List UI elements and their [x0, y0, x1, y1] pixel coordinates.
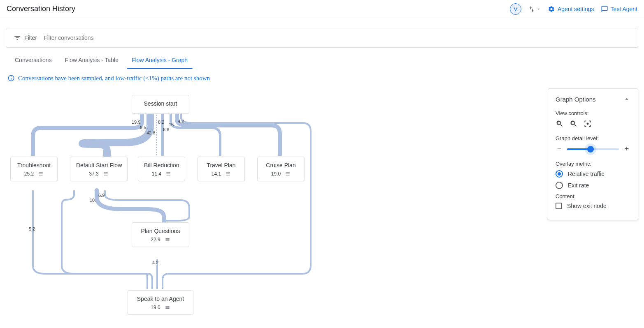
zoom-out-icon[interactable]	[570, 120, 578, 128]
node-cruise-plan[interactable]: Cruise Plan 19.0	[257, 157, 305, 181]
edge-label: 4.2	[152, 260, 158, 265]
node-bill-reduction[interactable]: Bill Reduction 11.4	[138, 157, 185, 181]
list-icon	[38, 171, 44, 177]
options-title: Graph Options	[556, 96, 596, 103]
edge-label: 8.2	[158, 120, 164, 125]
detail-increase[interactable]: +	[623, 145, 630, 153]
sampling-notice: Conversations have been sampled, and low…	[0, 69, 644, 87]
content-label: Content:	[556, 193, 630, 199]
check-show-exit-node[interactable]: Show exit node	[556, 203, 630, 209]
chat-icon	[601, 5, 608, 13]
filter-icon	[14, 34, 21, 42]
svg-point-0	[587, 123, 588, 124]
edge-label: 16.	[169, 122, 175, 127]
node-default-start[interactable]: Default Start Flow 37.3	[70, 157, 128, 181]
node-plan-questions[interactable]: Plan Questions 22.9	[132, 222, 189, 247]
edge-label: 8.8	[163, 127, 169, 132]
test-agent-link[interactable]: Test Agent	[601, 5, 637, 13]
agent-settings-label: Agent settings	[558, 6, 594, 12]
tabs: Conversations Flow Analysis - Table Flow…	[0, 51, 644, 69]
edge-label: 42.8	[146, 130, 155, 135]
node-travel-plan[interactable]: Travel Plan 14.1	[198, 157, 245, 181]
edge-label: 10.	[90, 198, 96, 203]
tab-conversations[interactable]: Conversations	[15, 51, 52, 69]
tab-flow-graph[interactable]: Flow Analysis - Graph	[132, 51, 188, 69]
list-icon	[285, 171, 291, 177]
node-session-start[interactable]: Session start	[132, 95, 189, 114]
detail-label: Graph detail level:	[556, 135, 630, 141]
overlay-label: Overlay metric:	[556, 161, 630, 167]
chevron-up-icon[interactable]	[623, 95, 630, 103]
fit-screen-icon[interactable]	[584, 120, 592, 128]
view-controls-label: View controls:	[556, 110, 630, 116]
edge-label: 4.2	[178, 119, 184, 124]
test-agent-label: Test Agent	[611, 6, 637, 12]
filter-input[interactable]	[44, 35, 630, 41]
header-bar: Conversation History V Agent settings Te…	[0, 0, 644, 18]
info-icon	[7, 74, 15, 82]
gear-icon	[548, 5, 555, 13]
swap-vert-icon	[528, 5, 535, 13]
filter-bar: Filter	[6, 28, 638, 48]
edge-label: 5.2	[29, 226, 35, 231]
list-icon	[103, 171, 109, 177]
list-icon	[165, 171, 171, 177]
graph-canvas[interactable]: Session start Troubleshoot 25.2 Default …	[0, 87, 644, 328]
zoom-in-icon[interactable]	[556, 120, 564, 128]
list-icon	[225, 171, 231, 177]
header-actions: V Agent settings Test Agent	[510, 3, 637, 15]
radio-exit-rate[interactable]: Exit rate	[556, 182, 630, 189]
page-title: Conversation History	[7, 5, 75, 13]
agent-settings-link[interactable]: Agent settings	[548, 5, 594, 13]
detail-slider[interactable]	[567, 148, 619, 150]
edge-label: 9.5	[140, 125, 146, 130]
list-icon	[165, 237, 170, 243]
dropdown-icon	[536, 7, 541, 12]
tab-flow-table[interactable]: Flow Analysis - Table	[65, 51, 119, 69]
edge-label: 19.9	[132, 120, 140, 125]
graph-options-panel: Graph Options View controls: Graph detai…	[548, 88, 638, 220]
radio-relative-traffic[interactable]: Relative traffic	[556, 170, 630, 178]
filter-label: Filter	[14, 34, 37, 42]
detail-decrease[interactable]: −	[556, 145, 563, 153]
list-icon	[165, 305, 170, 310]
avatar[interactable]: V	[510, 3, 521, 15]
edge-label: 6.9	[98, 193, 105, 198]
sort-toggle[interactable]	[528, 5, 541, 13]
node-speak-agent[interactable]: Speak to an Agent 19.0	[128, 290, 193, 315]
node-troubleshoot[interactable]: Troubleshoot 25.2	[10, 157, 58, 181]
